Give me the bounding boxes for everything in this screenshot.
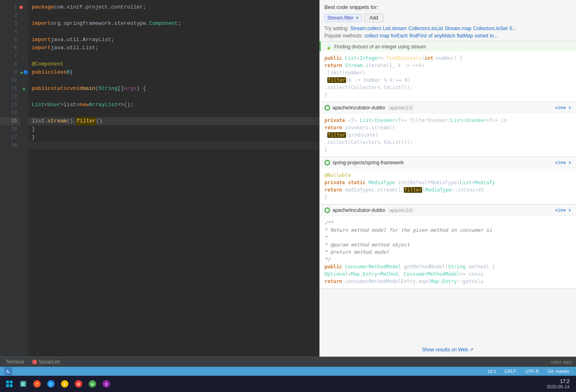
line-number-17: 17 xyxy=(0,133,20,142)
svg-rect-5 xyxy=(10,381,13,383)
snippet-code-line: private <T> List<Invoker<T>> filterInvok… xyxy=(324,117,571,124)
line-number-3: 3 xyxy=(0,20,20,28)
snippet-card-s2: apache/incubator-dubboapache-2.0view spr… xyxy=(320,102,576,157)
line-number-6: 6 xyxy=(0,44,20,52)
pop-flatmap[interactable]: flatMap xyxy=(457,33,473,39)
search-tag[interactable]: Stream.filter ✕ xyxy=(324,14,362,22)
gutter-item-3 xyxy=(20,20,28,28)
add-button[interactable]: Add xyxy=(364,13,383,22)
snippet-header-s4: apache/incubator-dubboapache-2.0view s xyxy=(320,205,576,216)
line-number-9: 9 xyxy=(0,68,20,76)
panel-header: Best code snippets for: Stream.filter ✕ … xyxy=(320,0,576,41)
snippet-card-s3: spring-projects/spring-frameworkview s@N… xyxy=(320,157,576,205)
gutter-item-8 xyxy=(20,60,28,68)
snippet-code-line: return Stream.iterate(1, k -> ++k) xyxy=(324,62,571,69)
gutter-item-10 xyxy=(20,76,28,85)
run-icon[interactable]: ▶ xyxy=(21,70,24,75)
pop-to[interactable]: to... xyxy=(490,33,498,39)
code-line-6: import java.util.List; xyxy=(28,44,319,52)
view-link[interactable]: view s xyxy=(555,105,571,110)
pop-collect[interactable]: collect xyxy=(364,33,378,39)
pop-anymatch[interactable]: anyMatch xyxy=(434,33,455,39)
snippet-code-line: Optional<Map.Entry<Method, ConsumerMetho… xyxy=(324,270,571,278)
taskbar-icon-4[interactable]: C xyxy=(45,378,57,390)
taskbar: F T C F M W I 17:2 2020-05-14 xyxy=(0,376,576,392)
gutter-item-4 xyxy=(20,28,28,36)
repo-icon xyxy=(324,160,330,166)
code-line-8: @Component xyxy=(28,60,319,68)
try-stream-collect[interactable]: Stream.collect xyxy=(350,26,381,31)
repo-name[interactable]: spring-projects/spring-framework xyxy=(333,160,404,166)
gutter-item-14 xyxy=(20,109,28,117)
search-bar: Stream.filter ✕ Add xyxy=(324,13,571,22)
code-editor: 123456789101112131415161718 ▶🔵▶ package … xyxy=(0,0,320,357)
status-terminal-icon[interactable] xyxy=(4,367,12,375)
code-line-5: import java.util.ArrayList; xyxy=(28,36,319,44)
right-panel: Best code snippets for: Stream.filter ✕ … xyxy=(320,0,576,357)
taskbar-date: 2020-05-14 xyxy=(547,384,569,389)
repo-name[interactable]: apache/incubator-dubbo xyxy=(333,207,385,213)
pop-sorted[interactable]: sorted xyxy=(475,33,488,39)
sonarlint-tab[interactable]: SonarLint xyxy=(31,359,61,365)
snippet-code-line: return mediaTypes.stream().filter(MediaT… xyxy=(324,186,571,194)
terminal-label: Terminal xyxy=(6,359,24,365)
taskbar-icon-2[interactable]: F xyxy=(17,378,29,390)
snippet-code-s1: public List<Integer> findDivisors(int nu… xyxy=(320,51,576,102)
snippet-code-s3: @Nullable private static MediaType initD… xyxy=(320,168,576,204)
line-number-8: 8 xyxy=(0,60,20,68)
snippet-code-line: return invokers.stream() xyxy=(324,124,571,131)
repo-license: apache-2.0 xyxy=(388,105,414,111)
view-link[interactable]: view s xyxy=(555,208,571,213)
search-tag-label: Stream.filter xyxy=(327,15,354,21)
pop-map[interactable]: map xyxy=(380,33,389,39)
line-number-12: 12 xyxy=(0,93,20,101)
code-line-18 xyxy=(28,142,319,150)
results-container[interactable]: 🍃Finding divisors of an integer using st… xyxy=(320,41,576,343)
status-line-col: 18:1 xyxy=(488,369,496,374)
try-collectors-tolist[interactable]: Collectors.toList xyxy=(408,26,443,31)
svg-point-2 xyxy=(326,209,329,212)
line-number-4: 4 xyxy=(0,28,20,36)
svg-rect-7 xyxy=(10,384,13,387)
try-collectors-toset[interactable]: Collectors.toSet xyxy=(473,26,508,31)
code-line-12 xyxy=(28,93,319,101)
status-bar: 18:1 CRLF: UTF-8: Git: master : xyxy=(0,367,576,376)
snippet-code-line: public List<Integer> findDivisors(int nu… xyxy=(324,54,571,62)
taskbar-icon-8[interactable]: I xyxy=(100,378,112,390)
taskbar-icon-7[interactable]: W xyxy=(86,378,99,390)
code-line-11: public static void main(String[] args) { xyxy=(28,85,319,93)
gutter: ▶🔵▶ xyxy=(20,0,28,357)
show-results-link[interactable]: Show results on Web ↗ xyxy=(422,347,474,353)
try-adding-row: Try adding: Stream.collect List.stream C… xyxy=(324,26,571,31)
gutter-item-18 xyxy=(20,142,28,150)
snippet-card-s1: 🍃Finding divisors of an integer using st… xyxy=(320,41,576,102)
gutter-item-7 xyxy=(20,52,28,60)
snippet-code-line: .filter(k -> number % k == 0) xyxy=(324,76,571,84)
snippet-title-s1: 🍃Finding divisors of an integer using st… xyxy=(320,41,576,51)
pop-foreach[interactable]: forEach xyxy=(391,33,407,39)
snippet-code-s2: private <T> List<Invoker<T>> filterInvok… xyxy=(320,113,576,157)
code-line-1: package com.xinzf.project.controller; xyxy=(28,3,319,11)
try-list-stream[interactable]: List.stream xyxy=(383,26,407,31)
code-line-13: List<User> list = new ArrayList<>(); xyxy=(28,101,319,109)
terminal-tab[interactable]: Terminal xyxy=(4,359,26,365)
tag-close-icon[interactable]: ✕ xyxy=(355,15,359,21)
snippet-code-line: private static MediaType initDefaultMedi… xyxy=(324,179,571,186)
status-encoding: UTF-8: xyxy=(526,369,539,374)
popular-methods-row: Popular methods: collect map forEach fin… xyxy=(324,33,571,39)
taskbar-icon-6[interactable]: M xyxy=(72,378,85,390)
repo-name[interactable]: apache/incubator-dubbo xyxy=(333,105,385,111)
try-more[interactable]: S... xyxy=(509,26,517,31)
pop-findfirst[interactable]: findFirst xyxy=(410,33,427,39)
svg-text:F: F xyxy=(22,383,24,387)
view-link[interactable]: view s xyxy=(555,160,571,165)
try-stream-map[interactable]: Stream.map xyxy=(445,26,471,31)
pop-of[interactable]: of xyxy=(428,33,432,39)
code-wrapper: package com.xinzf.project.controller; im… xyxy=(28,0,319,357)
taskbar-icon-3[interactable]: T xyxy=(31,378,43,390)
run-icon[interactable]: ▶ xyxy=(23,86,26,91)
gutter-item-15 xyxy=(20,117,28,125)
taskbar-icon-5[interactable]: F xyxy=(59,378,71,390)
taskbar-icon-1[interactable] xyxy=(3,378,15,390)
sonarlint-label: SonarLint xyxy=(39,359,59,365)
